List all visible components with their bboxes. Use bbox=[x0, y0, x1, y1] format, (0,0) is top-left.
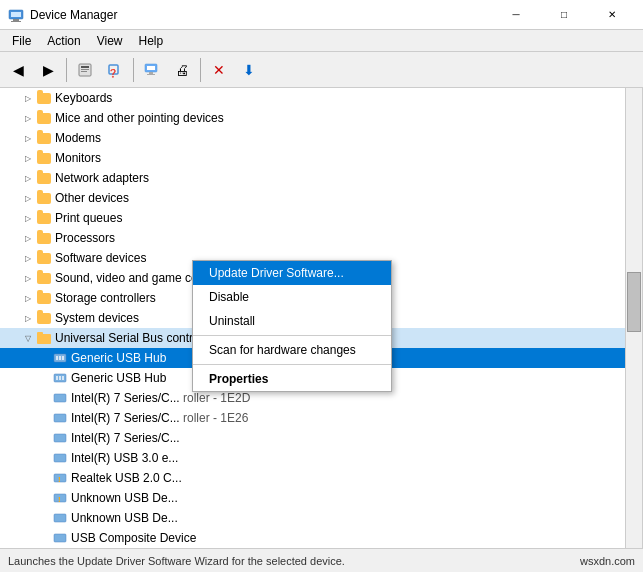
intel2-label: Intel(R) 7 Series/C... roller - 1E26 bbox=[71, 411, 248, 425]
tree-item-unknown1[interactable]: ! Realtek USB 2.0 C... bbox=[0, 468, 642, 488]
expand-monitors[interactable]: ▷ bbox=[20, 150, 36, 166]
close-button[interactable]: ✕ bbox=[589, 0, 635, 30]
context-menu-scan[interactable]: Scan for hardware changes bbox=[193, 338, 391, 362]
svg-rect-33 bbox=[54, 534, 66, 542]
svg-rect-21 bbox=[56, 376, 58, 380]
expand-keyboards[interactable]: ▷ bbox=[20, 90, 36, 106]
svg-rect-23 bbox=[62, 376, 64, 380]
expand-modems[interactable]: ▷ bbox=[20, 130, 36, 146]
mice-label: Mice and other pointing devices bbox=[55, 111, 224, 125]
menu-help[interactable]: Help bbox=[131, 32, 172, 50]
expand-system[interactable]: ▷ bbox=[20, 310, 36, 326]
context-menu-disable[interactable]: Disable bbox=[193, 285, 391, 309]
status-text: Launches the Update Driver Software Wiza… bbox=[8, 555, 345, 567]
window-title: Device Manager bbox=[30, 8, 493, 22]
uninstall-button[interactable]: ✕ bbox=[205, 56, 233, 84]
maximize-button[interactable]: □ bbox=[541, 0, 587, 30]
expand-mice[interactable]: ▷ bbox=[20, 110, 36, 126]
scrollbar-thumb[interactable] bbox=[627, 272, 641, 332]
tree-item-modems[interactable]: ▷ Modems bbox=[0, 128, 642, 148]
folder-icon-keyboards bbox=[36, 90, 52, 106]
scan-button[interactable]: ⬇ bbox=[235, 56, 263, 84]
other-label: Other devices bbox=[55, 191, 129, 205]
toolbar-separator-2 bbox=[133, 58, 134, 82]
svg-rect-24 bbox=[54, 394, 66, 402]
expand-software[interactable]: ▷ bbox=[20, 250, 36, 266]
tree-item-other[interactable]: ▷ Other devices bbox=[0, 188, 642, 208]
computer-button[interactable] bbox=[138, 56, 166, 84]
expand-sound[interactable]: ▷ bbox=[20, 270, 36, 286]
tree-item-print[interactable]: ▷ Print queues bbox=[0, 208, 642, 228]
context-menu-properties[interactable]: Properties bbox=[193, 367, 391, 391]
tree-item-realtek[interactable]: Intel(R) USB 3.0 e... bbox=[0, 448, 642, 468]
tree-item-keyboards[interactable]: ▷ Keyboards bbox=[0, 88, 642, 108]
modems-label: Modems bbox=[55, 131, 101, 145]
tree-item-composite[interactable]: Unknown USB De... bbox=[0, 508, 642, 528]
expand-other[interactable]: ▷ bbox=[20, 190, 36, 206]
warning-icon-unknown1: ! bbox=[52, 470, 68, 486]
folder-icon-system bbox=[36, 310, 52, 326]
tree-item-root1[interactable]: USB Composite Device bbox=[0, 528, 642, 548]
usb-icon-intel1 bbox=[52, 390, 68, 406]
expand-usb[interactable]: ▽ bbox=[20, 330, 36, 346]
svg-rect-19 bbox=[62, 356, 64, 360]
usb-icon-intel2 bbox=[52, 410, 68, 426]
usb-icon-generic2 bbox=[52, 370, 68, 386]
keyboards-label: Keyboards bbox=[55, 91, 112, 105]
refresh-button[interactable]: ❓ bbox=[101, 56, 129, 84]
status-right: wsxdn.com bbox=[580, 555, 635, 567]
usb-icon-composite bbox=[52, 510, 68, 526]
toolbar: ◀ ▶ ❓ 🖨 ✕ ⬇ bbox=[0, 52, 643, 88]
expand-storage[interactable]: ▷ bbox=[20, 290, 36, 306]
svg-rect-3 bbox=[11, 21, 21, 22]
minimize-button[interactable]: ─ bbox=[493, 0, 539, 30]
svg-text:!: ! bbox=[58, 495, 61, 504]
expand-network[interactable]: ▷ bbox=[20, 170, 36, 186]
tree-item-processors[interactable]: ▷ Processors bbox=[0, 228, 642, 248]
svg-rect-5 bbox=[81, 66, 89, 68]
print-button[interactable]: 🖨 bbox=[168, 56, 196, 84]
tree-item-unknown2[interactable]: ! Unknown USB De... bbox=[0, 488, 642, 508]
svg-rect-11 bbox=[147, 66, 155, 70]
svg-rect-2 bbox=[13, 19, 19, 21]
generic1-label: Generic USB Hub bbox=[71, 351, 166, 365]
forward-button[interactable]: ▶ bbox=[34, 56, 62, 84]
tree-item-monitors[interactable]: ▷ Monitors bbox=[0, 148, 642, 168]
folder-icon-software bbox=[36, 250, 52, 266]
composite-label: Unknown USB De... bbox=[71, 511, 178, 525]
expand-print[interactable]: ▷ bbox=[20, 210, 36, 226]
expand-processors[interactable]: ▷ bbox=[20, 230, 36, 246]
folder-icon-usb bbox=[36, 330, 52, 346]
svg-rect-7 bbox=[81, 71, 87, 72]
svg-rect-6 bbox=[81, 69, 89, 70]
svg-text:❓: ❓ bbox=[108, 68, 118, 78]
generic2-label: Generic USB Hub bbox=[71, 371, 166, 385]
context-menu-update[interactable]: Update Driver Software... bbox=[193, 261, 391, 285]
toolbar-separator-1 bbox=[66, 58, 67, 82]
svg-rect-13 bbox=[147, 74, 155, 75]
print-label: Print queues bbox=[55, 211, 122, 225]
svg-rect-18 bbox=[59, 356, 61, 360]
menu-file[interactable]: File bbox=[4, 32, 39, 50]
menu-view[interactable]: View bbox=[89, 32, 131, 50]
svg-rect-12 bbox=[149, 72, 153, 74]
tree-item-network[interactable]: ▷ Network adapters bbox=[0, 168, 642, 188]
properties-button[interactable] bbox=[71, 56, 99, 84]
tree-item-intel2[interactable]: Intel(R) 7 Series/C... roller - 1E26 bbox=[0, 408, 642, 428]
back-button[interactable]: ◀ bbox=[4, 56, 32, 84]
system-label: System devices bbox=[55, 311, 139, 325]
tree-item-mice[interactable]: ▷ Mice and other pointing devices bbox=[0, 108, 642, 128]
expand-generic2 bbox=[36, 370, 52, 386]
usb-icon-generic1 bbox=[52, 350, 68, 366]
folder-icon-modems bbox=[36, 130, 52, 146]
storage-label: Storage controllers bbox=[55, 291, 156, 305]
warning-icon-unknown2: ! bbox=[52, 490, 68, 506]
menu-action[interactable]: Action bbox=[39, 32, 88, 50]
context-menu-uninstall[interactable]: Uninstall bbox=[193, 309, 391, 333]
tree-item-intel3[interactable]: Intel(R) 7 Series/C... bbox=[0, 428, 642, 448]
menu-bar: File Action View Help bbox=[0, 30, 643, 52]
folder-icon-storage bbox=[36, 290, 52, 306]
svg-rect-26 bbox=[54, 434, 66, 442]
folder-icon-processors bbox=[36, 230, 52, 246]
scrollbar[interactable] bbox=[625, 88, 642, 548]
